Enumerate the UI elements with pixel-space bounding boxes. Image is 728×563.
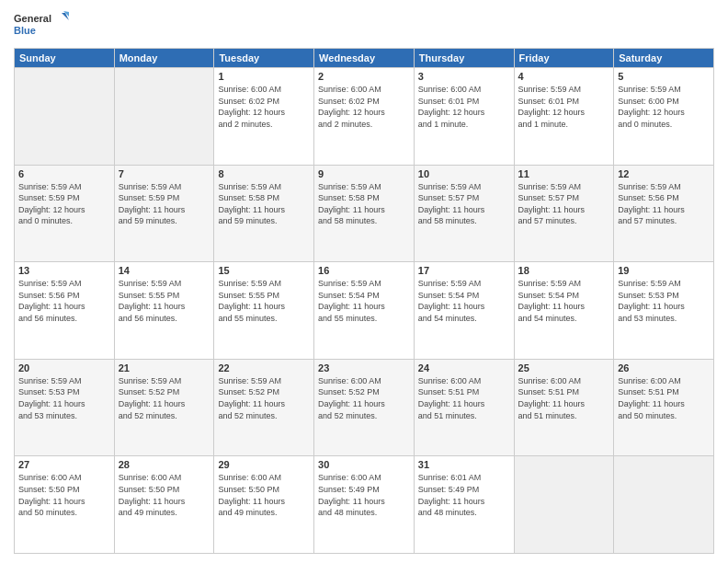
day-number: 21 [119, 362, 210, 373]
day-number: 28 [119, 459, 210, 470]
day-cell: 28Sunrise: 6:00 AM Sunset: 5:50 PM Dayli… [114, 456, 214, 554]
day-info: Sunrise: 5:59 AM Sunset: 5:54 PM Dayligh… [318, 278, 410, 324]
week-row-3: 13Sunrise: 5:59 AM Sunset: 5:56 PM Dayli… [15, 262, 714, 360]
day-cell: 30Sunrise: 6:00 AM Sunset: 5:49 PM Dayli… [314, 456, 415, 554]
day-number: 19 [618, 265, 710, 276]
day-number: 30 [318, 459, 410, 470]
day-cell: 10Sunrise: 5:59 AM Sunset: 5:57 PM Dayli… [414, 165, 514, 262]
day-cell: 4Sunrise: 5:59 AM Sunset: 6:01 PM Daylig… [514, 68, 614, 166]
day-cell: 21Sunrise: 5:59 AM Sunset: 5:52 PM Dayli… [114, 359, 214, 456]
day-cell: 29Sunrise: 6:00 AM Sunset: 5:50 PM Dayli… [214, 456, 314, 554]
day-cell: 9Sunrise: 5:59 AM Sunset: 5:58 PM Daylig… [314, 165, 415, 262]
day-number: 31 [418, 459, 510, 470]
day-number: 12 [618, 168, 710, 179]
day-info: Sunrise: 5:59 AM Sunset: 5:53 PM Dayligh… [618, 278, 710, 324]
day-cell: 23Sunrise: 6:00 AM Sunset: 5:52 PM Dayli… [314, 359, 415, 456]
day-number: 13 [18, 265, 110, 276]
day-info: Sunrise: 5:59 AM Sunset: 5:59 PM Dayligh… [119, 181, 210, 227]
day-cell: 25Sunrise: 6:00 AM Sunset: 5:51 PM Dayli… [514, 359, 614, 456]
day-info: Sunrise: 6:00 AM Sunset: 5:52 PM Dayligh… [318, 375, 410, 421]
header: General Blue [14, 9, 714, 42]
day-header-saturday: Saturday [614, 49, 714, 68]
day-info: Sunrise: 5:59 AM Sunset: 6:01 PM Dayligh… [518, 84, 610, 130]
day-number: 20 [18, 362, 110, 373]
logo-svg: General Blue [14, 9, 69, 42]
day-info: Sunrise: 5:59 AM Sunset: 5:59 PM Dayligh… [18, 181, 110, 227]
logo: General Blue [14, 9, 69, 42]
day-number: 24 [418, 362, 510, 373]
day-number: 1 [218, 71, 310, 82]
day-info: Sunrise: 5:59 AM Sunset: 5:53 PM Dayligh… [18, 375, 110, 421]
day-cell: 14Sunrise: 5:59 AM Sunset: 5:55 PM Dayli… [114, 262, 214, 360]
day-cell: 2Sunrise: 6:00 AM Sunset: 6:02 PM Daylig… [314, 68, 415, 166]
day-cell [15, 68, 115, 166]
day-number: 2 [318, 71, 410, 82]
day-header-friday: Friday [514, 49, 614, 68]
day-number: 8 [218, 168, 310, 179]
day-cell: 17Sunrise: 5:59 AM Sunset: 5:54 PM Dayli… [414, 262, 514, 360]
day-cell [614, 456, 714, 554]
day-info: Sunrise: 5:59 AM Sunset: 5:56 PM Dayligh… [18, 278, 110, 324]
day-cell [514, 456, 614, 554]
day-cell: 8Sunrise: 5:59 AM Sunset: 5:58 PM Daylig… [214, 165, 314, 262]
day-cell: 27Sunrise: 6:00 AM Sunset: 5:50 PM Dayli… [15, 456, 115, 554]
day-header-tuesday: Tuesday [214, 49, 314, 68]
day-info: Sunrise: 5:59 AM Sunset: 6:00 PM Dayligh… [618, 84, 710, 130]
day-info: Sunrise: 6:00 AM Sunset: 5:50 PM Dayligh… [119, 472, 210, 518]
day-number: 22 [218, 362, 310, 373]
day-header-wednesday: Wednesday [314, 49, 415, 68]
day-info: Sunrise: 5:59 AM Sunset: 5:58 PM Dayligh… [218, 181, 310, 227]
day-number: 26 [618, 362, 710, 373]
day-cell: 18Sunrise: 5:59 AM Sunset: 5:54 PM Dayli… [514, 262, 614, 360]
header-row: SundayMondayTuesdayWednesdayThursdayFrid… [15, 49, 714, 68]
day-info: Sunrise: 5:59 AM Sunset: 5:57 PM Dayligh… [518, 181, 610, 227]
day-info: Sunrise: 5:59 AM Sunset: 5:52 PM Dayligh… [119, 375, 210, 421]
day-info: Sunrise: 5:59 AM Sunset: 5:55 PM Dayligh… [218, 278, 310, 324]
day-info: Sunrise: 6:00 AM Sunset: 5:49 PM Dayligh… [318, 472, 410, 518]
week-row-5: 27Sunrise: 6:00 AM Sunset: 5:50 PM Dayli… [15, 456, 714, 554]
day-info: Sunrise: 5:59 AM Sunset: 5:54 PM Dayligh… [518, 278, 610, 324]
day-header-sunday: Sunday [15, 49, 115, 68]
calendar-page: General Blue SundayMondayTuesdayWednesda… [0, 0, 728, 563]
day-cell: 7Sunrise: 5:59 AM Sunset: 5:59 PM Daylig… [114, 165, 214, 262]
day-cell [114, 68, 214, 166]
day-info: Sunrise: 5:59 AM Sunset: 5:54 PM Dayligh… [418, 278, 510, 324]
day-info: Sunrise: 6:00 AM Sunset: 5:51 PM Dayligh… [518, 375, 610, 421]
day-number: 23 [318, 362, 410, 373]
day-info: Sunrise: 6:00 AM Sunset: 5:50 PM Dayligh… [218, 472, 310, 518]
day-info: Sunrise: 5:59 AM Sunset: 5:56 PM Dayligh… [618, 181, 710, 227]
day-number: 11 [518, 168, 610, 179]
day-number: 17 [418, 265, 510, 276]
day-info: Sunrise: 5:59 AM Sunset: 5:58 PM Dayligh… [318, 181, 410, 227]
day-info: Sunrise: 6:00 AM Sunset: 5:51 PM Dayligh… [618, 375, 710, 421]
day-cell: 13Sunrise: 5:59 AM Sunset: 5:56 PM Dayli… [15, 262, 115, 360]
day-number: 27 [18, 459, 110, 470]
day-info: Sunrise: 6:00 AM Sunset: 6:02 PM Dayligh… [218, 84, 310, 130]
day-info: Sunrise: 6:00 AM Sunset: 5:50 PM Dayligh… [18, 472, 110, 518]
day-info: Sunrise: 6:00 AM Sunset: 5:51 PM Dayligh… [418, 375, 510, 421]
day-cell: 12Sunrise: 5:59 AM Sunset: 5:56 PM Dayli… [614, 165, 714, 262]
day-number: 10 [418, 168, 510, 179]
svg-text:General: General [14, 13, 51, 24]
day-number: 18 [518, 265, 610, 276]
day-cell: 3Sunrise: 6:00 AM Sunset: 6:01 PM Daylig… [414, 68, 514, 166]
day-cell: 19Sunrise: 5:59 AM Sunset: 5:53 PM Dayli… [614, 262, 714, 360]
day-number: 16 [318, 265, 410, 276]
day-number: 15 [218, 265, 310, 276]
day-cell: 1Sunrise: 6:00 AM Sunset: 6:02 PM Daylig… [214, 68, 314, 166]
day-cell: 5Sunrise: 5:59 AM Sunset: 6:00 PM Daylig… [614, 68, 714, 166]
day-cell: 15Sunrise: 5:59 AM Sunset: 5:55 PM Dayli… [214, 262, 314, 360]
day-cell: 11Sunrise: 5:59 AM Sunset: 5:57 PM Dayli… [514, 165, 614, 262]
day-info: Sunrise: 5:59 AM Sunset: 5:52 PM Dayligh… [218, 375, 310, 421]
day-cell: 24Sunrise: 6:00 AM Sunset: 5:51 PM Dayli… [414, 359, 514, 456]
day-info: Sunrise: 6:00 AM Sunset: 6:01 PM Dayligh… [418, 84, 510, 130]
day-number: 6 [18, 168, 110, 179]
day-header-monday: Monday [114, 49, 214, 68]
week-row-4: 20Sunrise: 5:59 AM Sunset: 5:53 PM Dayli… [15, 359, 714, 456]
day-cell: 16Sunrise: 5:59 AM Sunset: 5:54 PM Dayli… [314, 262, 415, 360]
day-info: Sunrise: 5:59 AM Sunset: 5:57 PM Dayligh… [418, 181, 510, 227]
day-number: 9 [318, 168, 410, 179]
day-cell: 22Sunrise: 5:59 AM Sunset: 5:52 PM Dayli… [214, 359, 314, 456]
day-info: Sunrise: 6:01 AM Sunset: 5:49 PM Dayligh… [418, 472, 510, 518]
day-number: 14 [119, 265, 210, 276]
